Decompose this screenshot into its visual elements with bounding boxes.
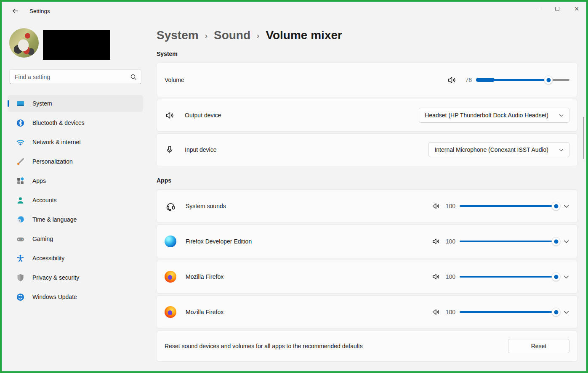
slider-thumb[interactable] — [551, 272, 560, 281]
search-box[interactable] — [9, 69, 141, 84]
windows-update-icon — [16, 293, 25, 302]
expand-chevron-icon[interactable] — [563, 309, 569, 315]
back-icon[interactable] — [10, 6, 20, 16]
expand-chevron-icon[interactable] — [563, 203, 569, 209]
redacted-username — [43, 30, 110, 60]
sidebar-item-accounts[interactable]: Accounts — [8, 192, 143, 209]
slider-fill — [460, 205, 556, 207]
expand-chevron-icon[interactable] — [563, 274, 569, 280]
sidebar-nav: System Bluetooth & devices Network & int… — [8, 95, 143, 305]
slider-fill — [460, 276, 556, 278]
accessibility-icon — [16, 254, 25, 263]
app-volume-slider[interactable] — [460, 272, 556, 282]
sidebar-item-label: Gaming — [32, 235, 53, 242]
output-device-label: Output device — [185, 112, 221, 119]
microphone-icon — [165, 145, 175, 155]
personalization-icon — [16, 157, 25, 166]
slider-thumb[interactable] — [551, 202, 560, 211]
output-device-value: Headset (HP Thunderbolt Dock Audio Heads… — [425, 112, 548, 119]
sidebar-item-system[interactable]: System — [8, 95, 143, 112]
slider-fill — [460, 241, 556, 242]
app-name: System sounds — [186, 203, 226, 209]
expand-chevron-icon[interactable] — [563, 238, 569, 245]
app-name: Firefox Developer Edition — [186, 238, 252, 245]
accounts-icon — [16, 196, 25, 205]
sidebar-item-time-language[interactable]: Time & language — [8, 211, 143, 228]
reset-button[interactable]: Reset — [508, 339, 569, 353]
speaker-icon — [165, 110, 175, 120]
screenshot-frame: Settings ✕ — [0, 0, 588, 373]
window-controls: ✕ — [528, 2, 586, 16]
slider-thumb[interactable] — [544, 76, 553, 85]
app-name: Mozilla Firefox — [186, 273, 223, 280]
reset-card: Reset sound devices and volumes for all … — [157, 331, 577, 362]
speaker-icon — [432, 237, 440, 246]
slider-fill — [460, 311, 556, 313]
avatar[interactable] — [9, 28, 39, 58]
app-cards: System sounds 100 — [157, 189, 577, 362]
sidebar-item-gaming[interactable]: Gaming — [8, 230, 143, 247]
slider-filled-segment — [476, 78, 495, 82]
network-icon — [16, 138, 25, 147]
sidebar: System Bluetooth & devices Network & int… — [2, 20, 149, 371]
app-volume-slider[interactable] — [460, 236, 556, 246]
maximize-icon[interactable] — [548, 2, 567, 16]
settings-window: Settings ✕ — [2, 2, 586, 371]
window-body: System Bluetooth & devices Network & int… — [2, 20, 586, 371]
close-icon[interactable]: ✕ — [567, 2, 586, 16]
speaker-icon — [432, 272, 440, 281]
breadcrumb-system[interactable]: System — [157, 29, 199, 42]
sidebar-item-label: Time & language — [32, 216, 77, 223]
slider-thumb[interactable] — [551, 237, 560, 246]
firefox-icon — [165, 306, 176, 318]
breadcrumb-sound[interactable]: Sound — [214, 29, 250, 42]
sidebar-item-label: System — [32, 100, 52, 107]
app-row-firefox-1: Mozilla Firefox 100 — [157, 260, 577, 294]
sidebar-item-privacy-security[interactable]: Privacy & security — [8, 269, 143, 286]
app-row-system-sounds: System sounds 100 — [157, 189, 577, 223]
reset-description: Reset sound devices and volumes for all … — [165, 343, 363, 349]
sidebar-item-label: Windows Update — [32, 294, 77, 300]
minimize-icon[interactable] — [528, 2, 548, 16]
volume-label: Volume — [165, 77, 184, 83]
app-row-firefox-developer: Firefox Developer Edition 100 — [157, 225, 577, 258]
main-content: System › Sound › Volume mixer System Vol… — [149, 20, 586, 371]
sidebar-item-label: Accounts — [32, 197, 57, 204]
chevron-down-icon — [559, 147, 564, 153]
window-title: Settings — [29, 8, 50, 14]
headset-icon — [165, 200, 176, 212]
app-volume-slider[interactable] — [460, 201, 556, 211]
speaker-icon — [432, 202, 440, 210]
app-volume-slider[interactable] — [460, 307, 556, 317]
sidebar-item-accessibility[interactable]: Accessibility — [8, 250, 143, 267]
breadcrumb-separator: › — [205, 31, 208, 40]
sidebar-item-windows-update[interactable]: Windows Update — [8, 288, 143, 305]
sidebar-item-label: Personalization — [32, 158, 73, 165]
selected-indicator — [8, 100, 9, 107]
sidebar-item-label: Apps — [32, 177, 46, 184]
input-device-dropdown[interactable]: Internal Microphone (Conexant ISST Audio… — [428, 142, 569, 157]
chevron-down-icon — [559, 113, 564, 118]
sidebar-item-apps[interactable]: Apps — [8, 172, 143, 189]
input-device-card: Input device Internal Microphone (Conexa… — [157, 133, 577, 166]
sidebar-item-label: Privacy & security — [32, 274, 79, 281]
sidebar-item-personalization[interactable]: Personalization — [8, 153, 143, 170]
firefox-developer-icon — [165, 235, 176, 247]
app-volume-value: 100 — [444, 273, 455, 280]
search-input[interactable] — [15, 74, 130, 80]
volume-card: Volume 78 — [157, 63, 577, 97]
app-volume-value: 100 — [444, 203, 455, 209]
section-system: System — [157, 50, 586, 57]
output-device-dropdown[interactable]: Headset (HP Thunderbolt Dock Audio Heads… — [419, 108, 569, 123]
search-icon — [130, 74, 137, 80]
profile-block[interactable] — [9, 28, 143, 58]
app-volume-value: 100 — [444, 309, 455, 315]
time-language-icon — [16, 215, 25, 224]
volume-slider[interactable] — [476, 75, 569, 85]
sidebar-item-network-internet[interactable]: Network & internet — [8, 134, 143, 151]
sidebar-item-label: Bluetooth & devices — [32, 119, 85, 126]
sidebar-item-bluetooth-devices[interactable]: Bluetooth & devices — [8, 114, 143, 131]
system-icon — [16, 99, 25, 108]
scrollbar[interactable] — [583, 117, 584, 159]
slider-thumb[interactable] — [551, 308, 560, 317]
